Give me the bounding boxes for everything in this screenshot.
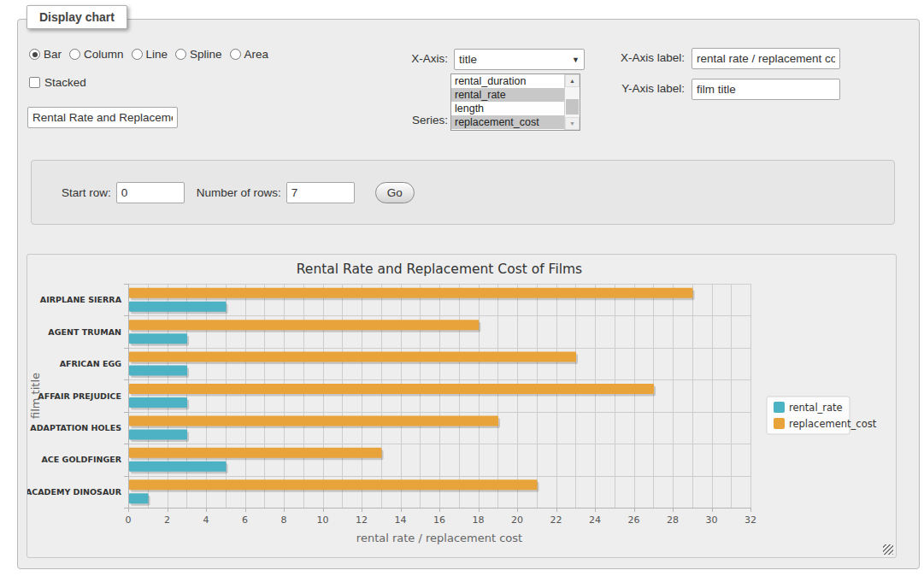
- bar-rental_rate: [129, 493, 149, 503]
- x-tick-label: 16: [433, 514, 445, 526]
- radio-area[interactable]: Area: [230, 48, 269, 61]
- series-listbox: rental_duration rental_rate length repla…: [450, 73, 580, 131]
- chart-type-radio-group: Bar Column Line Spline Area: [29, 48, 268, 61]
- x-tick-label: 2: [164, 514, 170, 526]
- x-tick-label: 26: [628, 514, 640, 526]
- category-label: AFFAIR PREJUDICE: [38, 391, 121, 401]
- bar-rental_rate: [129, 333, 187, 344]
- radio-bar[interactable]: Bar: [29, 48, 62, 61]
- series-option-length[interactable]: length: [451, 102, 564, 115]
- x-tick-label: 28: [667, 514, 679, 526]
- category-label: ACADEMY DINOSAUR: [27, 487, 122, 497]
- legend: rental_ratereplacement_cost: [767, 397, 877, 434]
- resize-handle-icon[interactable]: [883, 544, 893, 555]
- radio-area-icon[interactable]: [230, 49, 241, 60]
- bar-rental_rate: [129, 397, 187, 408]
- panel-title: Display chart: [26, 5, 127, 29]
- scroll-up-icon[interactable]: ▲: [565, 74, 580, 87]
- stacked-checkbox[interactable]: [29, 77, 40, 88]
- xaxis-label-field-label: X-Axis label:: [603, 51, 685, 64]
- series-options: rental_duration rental_rate length repla…: [451, 74, 564, 130]
- x-tick-label: 4: [203, 514, 209, 526]
- legend-item-replacement_cost[interactable]: replacement_cost: [774, 418, 877, 430]
- y-axis-title: film title: [29, 373, 42, 419]
- display-chart-panel: Display chart Bar Column Line Spline Are…: [17, 19, 920, 569]
- x-tick-label: 30: [706, 514, 718, 526]
- axes: [124, 284, 751, 512]
- series-option-rental-duration[interactable]: rental_duration: [451, 74, 564, 88]
- radio-spline[interactable]: Spline: [175, 48, 222, 61]
- bar-chart: AIRPLANE SIERRAAGENT TRUMANAFRICAN EGGAF…: [27, 255, 896, 557]
- x-tick-label: 0: [126, 514, 132, 526]
- bar-replacement_cost: [129, 352, 576, 362]
- radio-bar-icon[interactable]: [29, 49, 40, 60]
- bar-rental_rate: [129, 366, 187, 376]
- xaxis-select-label: X-Axis:: [377, 52, 448, 65]
- bar-replacement_cost: [129, 384, 654, 394]
- bar-replacement_cost: [129, 415, 498, 426]
- bar-replacement_cost: [129, 448, 382, 458]
- legend-item-rental_rate[interactable]: rental_rate: [774, 402, 843, 414]
- radio-area-label: Area: [244, 48, 269, 61]
- x-tick-label: 24: [589, 514, 601, 526]
- legend-swatch-icon: [774, 418, 785, 429]
- x-axis-title: rental rate / replacement cost: [356, 532, 522, 544]
- bar-rental_rate: [129, 461, 227, 472]
- x-tick-label: 14: [395, 514, 407, 526]
- x-tick-label: 22: [550, 514, 562, 526]
- bar-replacement_cost: [129, 288, 693, 298]
- chart-container: AIRPLANE SIERRAAGENT TRUMANAFRICAN EGGAF…: [26, 254, 897, 558]
- scrollbar-track[interactable]: [565, 87, 580, 117]
- num-rows-label: Number of rows:: [197, 186, 281, 199]
- radio-spline-icon[interactable]: [175, 49, 186, 60]
- x-tick-label: 10: [317, 514, 329, 526]
- series-listbox-label: Series:: [377, 114, 448, 126]
- listbox-scrollbar[interactable]: ▲ ▼: [564, 74, 580, 130]
- radio-line-icon[interactable]: [132, 49, 143, 60]
- radio-spline-label: Spline: [190, 48, 222, 61]
- radio-column-icon[interactable]: [69, 49, 80, 60]
- radio-bar-label: Bar: [44, 48, 62, 61]
- bar-rental_rate: [129, 302, 227, 312]
- bar-rental_rate: [129, 429, 187, 439]
- category-label: ADAPTATION HOLES: [30, 423, 121, 432]
- x-tick-label: 20: [511, 514, 523, 526]
- num-rows-input[interactable]: [286, 182, 355, 203]
- stacked-label: Stacked: [44, 76, 86, 89]
- start-row-input[interactable]: [116, 182, 185, 203]
- x-tick-label: 8: [281, 514, 287, 526]
- yaxis-label-field-label: Y-Axis label:: [603, 82, 685, 95]
- radio-column-label: Column: [84, 48, 124, 61]
- category-label: AFRICAN EGG: [60, 359, 122, 368]
- x-tick-label: 6: [242, 514, 248, 526]
- x-tick-label: 18: [473, 514, 485, 526]
- legend-label: rental_rate: [789, 402, 843, 414]
- category-label: ACE GOLDFINGER: [41, 455, 121, 464]
- scroll-down-icon[interactable]: ▼: [565, 117, 580, 130]
- series-option-rental-rate[interactable]: rental_rate: [451, 88, 564, 102]
- yaxis-label-input[interactable]: [692, 79, 840, 100]
- legend-swatch-icon: [774, 402, 785, 413]
- stacked-checkbox-row[interactable]: Stacked: [29, 76, 86, 89]
- xaxis-label-input[interactable]: [692, 48, 840, 69]
- legend-label: replacement_cost: [789, 418, 877, 430]
- category-label: AIRPLANE SIERRA: [40, 295, 122, 304]
- bar-replacement_cost: [129, 320, 479, 330]
- bar-replacement_cost: [129, 479, 538, 490]
- row-range-panel: Start row: Number of rows: Go: [31, 160, 895, 225]
- x-tick-label: 32: [744, 514, 756, 526]
- chart-title: Rental Rate and Replacement Cost of Film…: [297, 262, 582, 277]
- xaxis-select-value: title: [459, 53, 477, 66]
- x-tick-label: 12: [356, 514, 368, 526]
- radio-line-label: Line: [146, 48, 168, 61]
- radio-column[interactable]: Column: [69, 48, 124, 61]
- scrollbar-thumb[interactable]: [566, 99, 579, 115]
- dropdown-arrow-icon: ▼: [572, 56, 580, 64]
- go-button[interactable]: Go: [375, 182, 415, 203]
- start-row-label: Start row:: [62, 186, 111, 199]
- radio-line[interactable]: Line: [132, 48, 168, 61]
- chart-title-input[interactable]: [27, 107, 178, 128]
- category-label: AGENT TRUMAN: [48, 327, 121, 337]
- xaxis-select[interactable]: title ▼: [454, 49, 585, 70]
- series-option-replacement-cost[interactable]: replacement_cost: [451, 115, 564, 129]
